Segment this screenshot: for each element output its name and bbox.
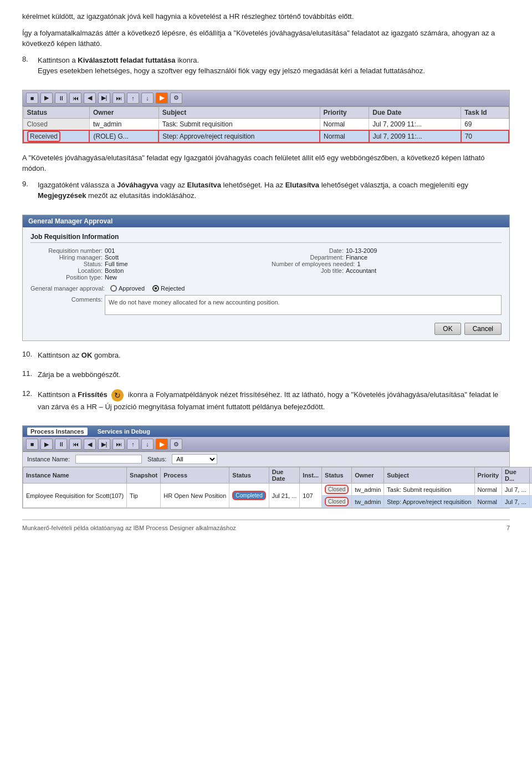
pi-stop-btn[interactable]: ■ — [26, 439, 38, 450]
pi-cell-task-status-2: Closed — [322, 496, 352, 508]
toolbar-pause-btn[interactable]: ⏸ — [55, 93, 67, 104]
pi-cell-due-d-1: Jul 7, ... — [502, 484, 530, 496]
step-9-bold3: Elutasítva — [285, 181, 319, 189]
pi-col-snapshot: Snapshot — [127, 467, 161, 484]
radio-rejected[interactable]: Rejected — [152, 285, 185, 292]
pi-col-subject: Subject — [384, 467, 474, 484]
col-task-id: Task Id — [461, 106, 509, 118]
gm-field-dept: Department: Finance — [272, 254, 502, 261]
pi-col-due-date: Due Date — [269, 467, 300, 484]
tab-process-instances[interactable]: Process Instances — [27, 428, 88, 435]
step-9-text: Igazgatóként válassza a Jóváhagyva vagy … — [38, 180, 510, 201]
gm-value-status: Full time — [105, 261, 128, 267]
pi-play-btn[interactable]: ▶ — [40, 439, 53, 450]
pi-cell-priority-2: Normal — [474, 496, 502, 508]
pi-status-select[interactable]: All Active Completed — [172, 454, 217, 464]
pi-toolbar-icons: ■ ▶ ⏸ ⏮ ◀ ▶| ⏭ ↑ ↓ ▶ ⚙ — [23, 437, 509, 452]
toolbar-play-btn[interactable]: ▶ — [40, 93, 53, 104]
step-9-number: 9. — [22, 180, 34, 207]
step-12: 12. Kattintson a Frissítés ↻ ikonra a Fo… — [22, 389, 510, 418]
pi-up-btn[interactable]: ↑ — [127, 439, 139, 450]
toolbar-up-btn[interactable]: ↑ — [127, 93, 139, 104]
pi-cell-owner-1: tw_admin — [352, 484, 384, 496]
gm-label-date: Date: — [272, 247, 344, 254]
table-row[interactable]: Received (ROLE) G... Step: Approve/rejec… — [23, 130, 509, 143]
step-8-note: Egyes esetekben lehetséges, hogy a szoft… — [38, 67, 425, 75]
refresh-icon[interactable]: ↻ — [111, 389, 124, 401]
step-10-rest: gombra. — [92, 351, 120, 359]
pi-pause-btn[interactable]: ⏸ — [55, 439, 67, 450]
gm-comments-label: Comments: — [30, 295, 103, 303]
gm-value-dept: Finance — [346, 254, 367, 261]
gm-label-emp-needed: Number of employees needed: — [272, 261, 355, 267]
radio-rejected-label: Rejected — [161, 285, 185, 292]
pi-stepfwd-btn[interactable]: ▶| — [98, 439, 110, 450]
step-12-text: Kattintson a Frissítés ↻ ikonra a Folyam… — [38, 389, 510, 413]
pi-filter-row: Instance Name: Status: All Active Comple… — [23, 452, 509, 467]
pi-cell-instance: Employee Requisition for Scott(107) — [23, 484, 127, 508]
cell-status-closed: Closed — [23, 118, 89, 130]
toolbar-gear-btn[interactable]: ⚙ — [170, 93, 182, 104]
step-8-text: Kattintson a Kiválasztott feladat futtat… — [38, 55, 425, 77]
pi-col-status: Status — [229, 467, 269, 484]
col-subject: Subject — [158, 106, 320, 118]
pi-col-instance-name: Instance Name — [23, 467, 127, 484]
footer: Munkaerő-felvételi példa oktatóanyag az … — [22, 520, 510, 531]
gm-label-location: Location: — [30, 267, 103, 274]
pi-gear-btn[interactable]: ⚙ — [170, 439, 182, 450]
pi-cell-process: HR Open New Position — [161, 484, 229, 508]
table-row[interactable]: Employee Requisition for Scott(107) Tip … — [23, 484, 533, 496]
toolbar-rewind-btn[interactable]: ⏮ — [69, 93, 81, 104]
pi-stepback-btn[interactable]: ◀ — [84, 439, 96, 450]
gm-comments-area-wrap: We do not have money allocated for a new… — [105, 295, 502, 315]
toolbar-stepfwd-btn[interactable]: ▶| — [98, 93, 110, 104]
step-11: 11. Zárja be a webböngészőt. — [22, 369, 510, 386]
step-11-number: 11. — [22, 369, 34, 386]
step-8-prefix: Kattintson a — [38, 56, 78, 64]
toolbar-run-btn[interactable]: ▶ — [156, 93, 168, 104]
cell-status-received: Received — [23, 130, 89, 143]
radio-approved[interactable]: Approved — [110, 285, 145, 292]
gm-comments-area[interactable]: We do not have money allocated for a new… — [105, 295, 502, 315]
gm-label-dept: Department: — [272, 254, 344, 261]
step-9-mid: vagy az — [158, 181, 187, 189]
pi-col-status2: Status — [322, 467, 352, 484]
step-12-prefix: Kattintson a — [38, 390, 78, 399]
pi-cell-snapshot: Tip — [127, 484, 161, 508]
gm-value-date: 10-13-2009 — [346, 247, 377, 254]
gm-label-manager: Hiring manager: — [30, 254, 103, 261]
cell-owner-2: (ROLE) G... — [89, 130, 158, 143]
toolbar-fwd-btn[interactable]: ⏭ — [112, 93, 125, 104]
toolbar-stepback-btn[interactable]: ◀ — [84, 93, 96, 104]
gm-value-emp-needed: 1 — [357, 261, 360, 267]
step-10-number: 10. — [22, 350, 34, 367]
table-row[interactable]: Closed tw_admin Task: Submit requisition… — [23, 118, 509, 130]
gm-field-manager: Hiring manager: Scott — [30, 254, 260, 261]
pi-rewind-btn[interactable]: ⏮ — [69, 439, 81, 450]
intro-p2: Így a folyamatalkalmazás áttér a követke… — [22, 28, 510, 49]
cell-taskid-2: 70 — [461, 130, 509, 143]
gm-field-date: Date: 10-13-2009 — [272, 247, 502, 254]
between-p1: A "Követelés jóváhagyása/elutasítása" fe… — [22, 152, 510, 174]
toolbar-stop-btn[interactable]: ■ — [26, 93, 38, 104]
tab-services-debug[interactable]: Services in Debug — [94, 428, 154, 435]
pi-col-inst: Inst... — [300, 467, 322, 484]
ok-button[interactable]: OK — [434, 323, 461, 335]
pi-col-priority: Priority — [474, 467, 502, 484]
pi-table: Instance Name Snapshot Process Status Du… — [23, 467, 532, 508]
pi-col-task-id: Task Id — [529, 467, 532, 484]
step-9-bold1: Jóváhagyva — [117, 181, 158, 189]
status-highlight: Received — [27, 131, 60, 142]
cancel-button[interactable]: Cancel — [464, 323, 502, 335]
step-12-number: 12. — [22, 389, 34, 418]
pi-down-btn[interactable]: ↓ — [141, 439, 154, 450]
radio-rejected-circle — [152, 285, 159, 292]
pi-run-btn[interactable]: ▶ — [156, 439, 168, 450]
toolbar-down-btn[interactable]: ↓ — [141, 93, 154, 104]
pi-instance-name-input[interactable] — [75, 455, 142, 464]
col-owner: Owner — [89, 106, 158, 118]
pi-fwd-btn[interactable]: ⏭ — [112, 439, 125, 450]
radio-group: Approved Rejected — [110, 285, 185, 292]
gm-field-position-type: Position type: New — [30, 274, 260, 281]
gm-value-manager: Scott — [105, 254, 119, 261]
